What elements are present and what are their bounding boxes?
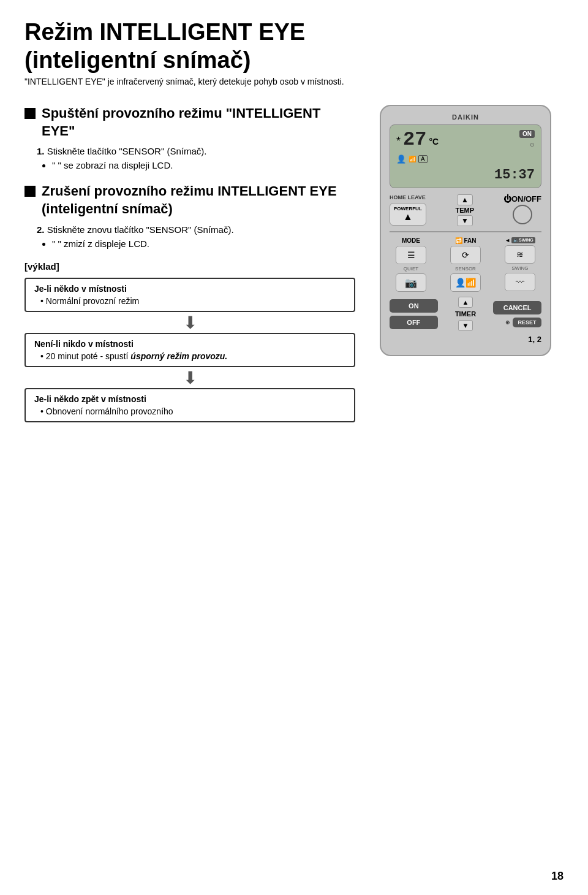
swing-button[interactable]: ≋ (505, 245, 535, 264)
section-cancel: Zrušení provozního režimu INTELLIGENT EY… (24, 183, 355, 248)
timer-up-button[interactable]: ▲ (458, 297, 473, 308)
quiet-button[interactable]: 📷 (396, 273, 426, 292)
mode-col: MODE ☰ QUIET 📷 (390, 237, 432, 292)
remote-brand: DAIKIN (390, 113, 541, 121)
box3-header: Je-li někdo zpět v místnosti (34, 394, 345, 404)
section-start: Spuštění provozního režimu "INTELLIGENT … (24, 105, 355, 170)
home-leave-label: HOME LEAVE (390, 194, 426, 200)
timer-on-off: ON OFF (390, 299, 438, 329)
mode-fan-swing-row: MODE ☰ QUIET 📷 🔁 FAN ⟳ SENSOR 👤📶 ◄ 🔈SWIN… (390, 237, 541, 292)
step2-bullet: " " zmizí z displeje LCD. (52, 238, 355, 249)
divider (390, 231, 541, 232)
step2-text: Stiskněte znovu tlačítko "SENSOR" (Sníma… (47, 224, 234, 235)
swing-badge: 🔈SWING (511, 237, 535, 243)
swing-left-icon: ◄ (505, 237, 510, 243)
timer-down-button[interactable]: ▼ (458, 320, 473, 331)
page-number: 18 (551, 870, 564, 883)
home-leave-powerful: HOME LEAVE POWERFUL ▲ (390, 194, 426, 226)
swing2-button[interactable]: 〰 (505, 273, 535, 291)
temp-up-button[interactable]: ▲ (457, 194, 473, 205)
mode-a-icon: A (418, 155, 428, 163)
step2: 2. Stiskněte znovu tlačítko "SENSOR" (Sn… (37, 224, 355, 235)
powerful-label: POWERFUL (394, 206, 422, 211)
arrow2: ⬇ (24, 370, 355, 387)
remote-control: DAIKIN * 27 °C 👤 📶 (380, 105, 551, 356)
wifi-signal-icon: 📶 (409, 156, 416, 162)
box1-header: Je-li někdo v místnosti (34, 284, 345, 294)
reset-button[interactable]: RESET (513, 318, 541, 327)
temp-down-button[interactable]: ▼ (457, 215, 473, 226)
box3-item-text: Obnovení normálního provozního (46, 406, 173, 416)
swing2-label: SWING (511, 265, 528, 271)
step1-bullet-text: " " se zobrazí na displeji LCD. (52, 160, 173, 170)
header-description: "INTELLIGENT EYE" je infračervený snímač… (24, 77, 564, 86)
step1: 1. Stiskněte tlačítko "SENSOR" (Snímač). (37, 146, 355, 156)
timer-section: ON OFF ▲ TIMER ▼ CANCEL ⊕ RESET (390, 297, 541, 331)
bullet-square (24, 108, 36, 119)
box1-item: • Normální provozní režim (40, 296, 345, 306)
box1-item-text: Normální provozní režim (46, 296, 140, 306)
onoff-section: ⏻ON/OFF (503, 194, 541, 224)
display-time: 15:37 (396, 167, 535, 183)
sensor-button[interactable]: 👤📶 (450, 273, 481, 292)
flow-box-2: Není-li nikdo v místnosti • 20 minut pot… (24, 333, 355, 367)
reset-clock-icon: ⊕ (505, 319, 510, 326)
step1-num: 1. (37, 146, 45, 156)
box2-header: Není-li nikdo v místnosti (34, 339, 345, 349)
section1-title: Spuštění provozního režimu "INTELLIGENT … (42, 105, 355, 140)
powerful-button[interactable]: POWERFUL ▲ (390, 203, 426, 226)
temp-label: TEMP (456, 207, 475, 214)
display-star: * (396, 135, 401, 148)
step2-num: 2. (37, 224, 45, 235)
onoff-button[interactable] (513, 205, 532, 224)
display-right: ON ⊙ (519, 130, 535, 148)
right-column: DAIKIN * 27 °C 👤 📶 (368, 105, 564, 424)
onoff-label: ⏻ON/OFF (503, 194, 541, 204)
timer-arrows: ▲ TIMER ▼ (442, 297, 490, 331)
on-button[interactable]: ON (390, 299, 438, 313)
box2-item: • 20 minut poté - spustí úsporný režim p… (40, 351, 345, 361)
left-column: Spuštění provozního režimu "INTELLIGENT … (24, 105, 355, 424)
timer-label: TIMER (455, 310, 476, 318)
main-content: Spuštění provozního režimu "INTELLIGENT … (24, 105, 564, 424)
section2-heading: Zrušení provozního režimu INTELLIGENT EY… (24, 183, 355, 218)
mode-label: MODE (402, 237, 420, 244)
person-icon: 👤 (396, 154, 406, 164)
display-top: * 27 °C 👤 📶 A ON (396, 130, 535, 164)
cancel-button[interactable]: CANCEL (493, 301, 541, 314)
temp-section: ▲ TEMP ▼ (456, 194, 475, 226)
quiet-label: QUIET (404, 266, 418, 272)
step1-text: Stiskněte tlačítko "SENSOR" (Snímač). (47, 146, 207, 156)
display-left: * 27 °C 👤 📶 A (396, 130, 439, 164)
mode-button[interactable]: ☰ (396, 246, 426, 264)
clock-icon: ⊙ (530, 142, 535, 148)
powerful-arrow-icon: ▲ (394, 211, 422, 223)
display-icons-row: 👤 📶 A (396, 154, 439, 164)
main-title: Režim INTELLIGENT EYE (inteligentní sním… (24, 18, 564, 74)
on-badge: ON (519, 130, 535, 138)
timer-cancel-reset: CANCEL ⊕ RESET (493, 301, 541, 327)
annotation-label: 1, 2 (390, 335, 541, 344)
section2-title: Zrušení provozního režimu INTELLIGENT EY… (42, 183, 355, 218)
fan-button[interactable]: ⟳ (450, 246, 481, 264)
display-temp: 27 (403, 130, 426, 150)
temp-unit: °C (429, 137, 439, 147)
fan-col: 🔁 FAN ⟳ SENSOR 👤📶 (444, 237, 487, 292)
off-button[interactable]: OFF (390, 316, 438, 329)
bullet-square2 (24, 186, 36, 197)
sensor-label: SENSOR (455, 266, 476, 272)
step1-bullet: " " se zobrazí na displeji LCD. (52, 160, 355, 170)
example-label: [výklad] (24, 261, 355, 272)
flow-box-3: Je-li někdo zpět v místnosti • Obnovení … (24, 388, 355, 422)
page-header: Režim INTELLIGENT EYE (inteligentní sním… (24, 18, 564, 86)
title-text: Režim INTELLIGENT EYE (24, 19, 305, 45)
box2-item-text: 20 minut poté - spustí úsporný režim pro… (46, 351, 227, 361)
flow-box-1: Je-li někdo v místnosti • Normální provo… (24, 278, 355, 312)
section1-heading: Spuštění provozního režimu "INTELLIGENT … (24, 105, 355, 140)
swing-col: ◄ 🔈SWING ≋ SWING 〰 (499, 237, 541, 291)
step2-bullet-text: " " zmizí z displeje LCD. (52, 238, 149, 249)
fan-label: 🔁 FAN (455, 237, 477, 244)
subtitle-text: (inteligentní snímač) (24, 47, 251, 73)
remote-display: * 27 °C 👤 📶 A ON (390, 124, 541, 188)
temp-value: 27 (403, 128, 426, 151)
